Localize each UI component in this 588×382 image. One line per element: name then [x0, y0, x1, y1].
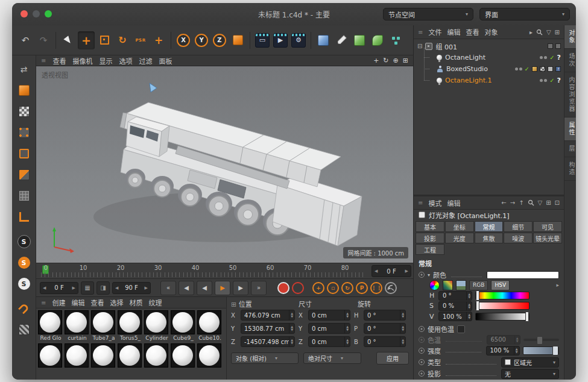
side-tab-layers[interactable]: 层: [564, 141, 576, 157]
spinner-icon[interactable]: ▲▼: [514, 346, 518, 355]
more-arrow-icon[interactable]: ▸: [556, 282, 559, 288]
hsv-button[interactable]: HSV: [491, 280, 510, 290]
object-row-octanelight[interactable]: OctaneLight ✓ ?: [414, 52, 564, 63]
intensity-field[interactable]: 100 %▲▼: [486, 346, 520, 355]
keyframe-circle-icon[interactable]: [419, 326, 425, 332]
temperature-field[interactable]: 6500▲▼: [487, 335, 520, 345]
saturation-field[interactable]: 0 %▲▼: [438, 301, 472, 311]
side-tab-attributes[interactable]: 属性: [564, 117, 576, 141]
frame-right-arrow-icon[interactable]: ▶: [403, 269, 411, 274]
record-rotation-button[interactable]: ↻: [341, 282, 353, 294]
collapse-icon[interactable]: ⊟: [417, 43, 422, 49]
up-icon[interactable]: ↑: [519, 199, 523, 206]
tab-caustics[interactable]: 焦散: [475, 233, 504, 243]
record-position-button[interactable]: +: [312, 282, 324, 294]
scale-tool[interactable]: [96, 31, 113, 49]
autokeying-button[interactable]: [292, 282, 304, 294]
enabled-check-icon[interactable]: ✓: [549, 54, 554, 61]
pen-spline-button[interactable]: [333, 31, 350, 49]
convert-selection-button[interactable]: ⇄: [16, 61, 33, 77]
light-type-dropdown[interactable]: 区域光 ▾: [501, 357, 559, 368]
capture-device-button[interactable]: [385, 282, 397, 294]
saturation-gradient-slider[interactable]: [475, 302, 530, 310]
start-frame-box[interactable]: ◀ 0 F ▶: [40, 282, 78, 294]
back-icon[interactable]: ←: [501, 199, 506, 206]
s-badge-orange-button[interactable]: S: [16, 255, 33, 271]
timeline-ruler[interactable]: 0 10 20 30 40 50 60 70 80 90 ◀ 0 F ▶: [36, 263, 413, 278]
tab-shadow[interactable]: 投影: [416, 233, 444, 243]
next-frame-button[interactable]: ▶: [233, 281, 248, 295]
viewport-menu-camera[interactable]: 摄像机: [72, 56, 92, 66]
om-menu-edit[interactable]: 编辑: [447, 27, 460, 37]
side-tab-content-browser[interactable]: 内容浏览器: [564, 72, 576, 117]
y-axis-lock-button[interactable]: Y: [193, 31, 210, 49]
material-item[interactable]: Red Glo: [38, 310, 63, 342]
spinner-icon[interactable]: ▲▼: [344, 324, 349, 333]
expand-path-icon[interactable]: ▸: [530, 29, 533, 36]
spinner-icon[interactable]: ▲▼: [466, 302, 470, 310]
tab-noise[interactable]: 噪波: [504, 233, 533, 243]
enabled-check-icon[interactable]: ✓: [549, 77, 554, 84]
timeline-option-button-2[interactable]: ◨: [96, 281, 110, 295]
keyframe-circle-icon[interactable]: [419, 348, 425, 354]
spinner-icon[interactable]: ▲▼: [400, 310, 404, 320]
material-item[interactable]: [38, 343, 63, 368]
live-selection-tool[interactable]: [60, 31, 77, 49]
coords-mode-dropdown[interactable]: 对象 (相对)▾: [231, 352, 299, 364]
recent-tool-button[interactable]: +: [150, 31, 167, 49]
previous-frame-button[interactable]: ◀: [197, 281, 212, 295]
value-gradient-slider[interactable]: [475, 313, 530, 321]
viewport-menu-view[interactable]: 查看: [52, 56, 66, 66]
pos-z-field[interactable]: -14507.498 cm▲▼: [241, 336, 295, 347]
keyframe-circle-icon[interactable]: [419, 337, 425, 343]
spinner-left-icon[interactable]: ◀: [40, 286, 48, 290]
deformer-button[interactable]: [369, 31, 386, 49]
perspective-viewport[interactable]: 透视视图 网格间距 : 1000 cm: [36, 66, 413, 263]
spectrum-icon[interactable]: [443, 280, 453, 290]
uv-stripes-button[interactable]: [16, 322, 33, 337]
current-frame-box[interactable]: ◀ 0 F ▶: [371, 265, 411, 277]
spinner-right-icon[interactable]: ▶: [70, 286, 78, 290]
size-z-field[interactable]: 0 cm▲▼: [308, 336, 350, 347]
tab-photometric[interactable]: 光度: [445, 233, 474, 243]
filter-icon[interactable]: ▽: [546, 29, 551, 36]
spinner-icon[interactable]: ▲▼: [466, 312, 470, 321]
texture-tag-icon[interactable]: [540, 66, 545, 72]
render-view-button[interactable]: ▭: [254, 31, 271, 49]
record-parameter-button[interactable]: P: [356, 282, 368, 294]
om-menu-file[interactable]: 文件: [428, 27, 441, 37]
octane-tag-icon[interactable]: ?: [557, 77, 561, 84]
material-menu-edit[interactable]: 编辑: [71, 298, 84, 307]
frame-left-arrow-icon[interactable]: ◀: [372, 269, 380, 274]
spinner-left-icon[interactable]: ◀: [113, 286, 121, 290]
am-menu-edit[interactable]: 编辑: [447, 198, 460, 208]
maximize-view-icon[interactable]: ⊞: [403, 57, 408, 64]
side-tab-takes[interactable]: 场次: [564, 49, 576, 72]
texture-mode-button[interactable]: [16, 104, 33, 119]
tab-basic[interactable]: 基本: [416, 221, 444, 232]
intensity-slider[interactable]: [523, 346, 560, 355]
color-preview-swatch[interactable]: [487, 271, 559, 279]
material-item[interactable]: [118, 343, 143, 368]
grid-icon[interactable]: ⊞: [546, 199, 551, 206]
tab-coord[interactable]: 坐标: [445, 221, 474, 232]
tab-project[interactable]: 工程: [416, 244, 444, 255]
material-item[interactable]: Cube10.: [197, 310, 223, 342]
rotate-tool[interactable]: ↻: [114, 31, 131, 49]
close-button[interactable]: [21, 10, 28, 17]
spinner-right-icon[interactable]: ▶: [142, 286, 150, 290]
goto-start-button[interactable]: «: [160, 281, 176, 295]
undo-button[interactable]: ↶: [17, 31, 34, 49]
material-item[interactable]: [65, 343, 90, 368]
redo-button[interactable]: ↷: [35, 31, 52, 49]
material-item[interactable]: Cylinder: [144, 310, 169, 342]
collapse-arrow-icon[interactable]: ▾: [428, 272, 430, 278]
add-primitive-button[interactable]: [315, 31, 332, 49]
value-field[interactable]: 100 %▲▼: [438, 312, 472, 321]
material-tag-icon[interactable]: [532, 66, 537, 72]
material-menu-texture[interactable]: 纹理: [148, 298, 162, 307]
mograph-cloner-button[interactable]: [387, 31, 404, 49]
object-row-octanelight1-selected[interactable]: OctaneLight.1 ✓ ?: [414, 75, 564, 86]
search-icon[interactable]: [528, 199, 534, 206]
slider-handle[interactable]: [525, 312, 529, 322]
